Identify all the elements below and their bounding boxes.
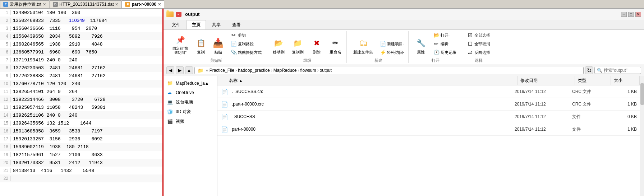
line-row: 10 13760778710 120 120 240 <box>0 80 162 88</box>
sidebar-item-video[interactable]: 🎬 视频 <box>165 117 216 126</box>
ribbon-group-organize: 📂 移动到 📁 复制到 ✖ 删除 ✏ 重命名 <box>268 31 347 63</box>
ribbon-group-select: ☑ 全部选择 ☐ 全部取消 ⇄ 反向选择 <box>463 31 494 63</box>
select-all-button[interactable]: ☑ 全部选择 <box>465 31 492 39</box>
rename-button[interactable]: ✏ 重命名 <box>327 36 344 56</box>
easy-access-button[interactable]: ⚡ 轻松访问· <box>378 48 405 56</box>
file-size-2: 0 KB <box>608 114 637 119</box>
line-row: 2 13502468823 7335 110349 117684 <box>0 17 162 24</box>
open-button[interactable]: 📂 打开· <box>432 31 458 39</box>
scroll-thumb[interactable] <box>640 83 644 105</box>
sidebar-item-computer[interactable]: 💻 这台电脑 <box>165 98 216 107</box>
ribbon-group-clipboard: 📌 固定到"快速访问" 📋 复制 📥 粘贴 <box>166 31 266 63</box>
new-folder-button[interactable]: 🗂 新建文件夹 <box>351 36 375 56</box>
delete-button[interactable]: ✖ 删除 <box>309 36 325 56</box>
tab-file-close[interactable]: ✕ <box>158 2 161 7</box>
copy-to-button[interactable]: 📁 复制到 <box>290 36 306 56</box>
new-folder-icon: 🗂 <box>358 37 369 49</box>
line-row: 9 13726238888 2481 24681 27162 <box>0 72 162 80</box>
minimize-button[interactable]: ─ <box>621 12 627 17</box>
file-name-0: ._SUCCESS.crc <box>232 89 515 94</box>
col-name[interactable]: 名称 ▲ <box>226 76 518 85</box>
forward-button[interactable]: ▶ <box>176 66 184 74</box>
search-box[interactable]: 🔍 <box>594 67 641 74</box>
copy-to-icon: 📁 <box>292 37 304 49</box>
editor-pane: 1 13480253104 180 180 360 2 13502468823 … <box>0 9 164 196</box>
new-label: 新建 <box>374 58 382 63</box>
search-input[interactable] <box>604 68 636 73</box>
clipboard-label: 剪贴板 <box>210 58 222 63</box>
tab-file-label: part-r-00000 <box>132 2 156 7</box>
line-row: 18 15989002119 1938 180 2118 <box>0 143 162 151</box>
col-date[interactable]: 修改日期 <box>518 76 575 85</box>
select-none-button[interactable]: ☐ 全部取消 <box>465 40 492 48</box>
ribbon-content: 📌 固定到"快速访问" 📋 复制 📥 粘贴 <box>164 30 644 65</box>
file-row-success[interactable]: 📄 _SUCCESS 2019/7/14 11:12 文件 0 KB <box>217 111 640 123</box>
up-button[interactable]: ▲ <box>185 66 193 74</box>
ribbon-group-new: 🗂 新建文件夹 📄 新建项目· ⚡ 轻松访问· <box>348 31 409 63</box>
vertical-scrollbar[interactable] <box>640 76 644 196</box>
line-row: 6 13660577991 6960 690 7650 <box>0 48 162 56</box>
ribbon: 文件 主页 共享 查看 📌 <box>164 20 644 65</box>
file-type-3: 文件 <box>572 126 608 132</box>
file-name-3: part-r-00000 <box>232 127 515 132</box>
cut-button[interactable]: ✂ 剪切 <box>229 31 263 39</box>
file-type-0: CRC 文件 <box>572 89 608 95</box>
file-name-1: .part-r-00000.crc <box>232 102 515 107</box>
ribbon-tab-file[interactable]: 文件 <box>166 20 186 29</box>
sidebar-nav: 📁 MapReduce_ja▲ ☁ OneDrive 💻 这台电脑 🧊 3D 对… <box>164 76 217 196</box>
line-row: 15 13926435656 132 1512 1644 <box>0 119 162 127</box>
video-icon: 🎬 <box>167 119 174 125</box>
invert-select-button[interactable]: ⇄ 反向选择 <box>465 48 492 56</box>
properties-icon: 🔧 <box>415 37 427 49</box>
pin-button[interactable]: 📌 固定到"快速访问" <box>169 33 192 56</box>
ribbon-tab-home[interactable]: 主页 <box>187 20 206 29</box>
col-size[interactable]: 大小 <box>611 76 640 85</box>
invert-select-icon: ⇄ <box>467 49 473 56</box>
pin-icon: 📌 <box>175 34 186 46</box>
folder-title-icon <box>166 11 174 17</box>
maximize-button[interactable]: □ <box>628 12 634 17</box>
edit-button[interactable]: ✏ 编辑 <box>432 40 458 48</box>
col-type[interactable]: 类型 <box>575 76 611 85</box>
tab-bar: T 常用软件位置.txt ✕ D HTTP_20130313143751.dat… <box>0 0 644 9</box>
file-size-3: 1 KB <box>608 127 637 132</box>
refresh-button[interactable]: ↻ <box>585 66 593 74</box>
select-none-icon: ☐ <box>467 41 473 47</box>
close-button[interactable]: ✕ <box>635 12 641 17</box>
address-path[interactable]: 📁 « Practice_File › hadoop_practice › Ma… <box>194 67 584 74</box>
sidebar-item-onedrive[interactable]: ☁ OneDrive <box>165 88 216 97</box>
address-bar: ◀ ▶ ▲ 📁 « Practice_File › hadoop_practic… <box>164 65 644 76</box>
file-row-part-crc[interactable]: 📄 .part-r-00000.crc 2019/7/14 11:12 CRC … <box>217 98 640 111</box>
tab-txt-close[interactable]: ✕ <box>43 2 46 7</box>
cut-icon: ✂ <box>230 32 237 38</box>
copy-icon: 📋 <box>195 37 207 49</box>
back-button[interactable]: ◀ <box>166 66 174 74</box>
sidebar-item-3d[interactable]: 🧊 3D 对象 <box>165 107 216 116</box>
files-sort-bar: 名称 ▲ 修改日期 类型 大小 <box>217 76 640 85</box>
copy-path-button[interactable]: 📄 复制路径 <box>229 40 263 48</box>
easy-access-icon: ⚡ <box>380 49 386 56</box>
file-type-1: CRC 文件 <box>572 101 608 107</box>
paste-button[interactable]: 📥 粘贴 <box>210 36 226 56</box>
ribbon-tab-view[interactable]: 查看 <box>227 20 246 29</box>
file-row-part-r-00000[interactable]: 📄 part-r-00000 2019/7/14 11:12 文件 1 KB <box>217 123 640 136</box>
file-list: 📄 ._SUCCESS.crc 2019/7/14 11:12 CRC 文件 1… <box>217 85 640 196</box>
history-button[interactable]: 🕐 历史记录 <box>432 48 458 56</box>
paste-shortcut-button[interactable]: 📎 粘贴快捷方式 <box>229 48 263 56</box>
check-folder-icon: ✓ <box>176 12 181 17</box>
ribbon-tab-share[interactable]: 共享 <box>207 20 226 29</box>
dat-icon: D <box>53 2 58 7</box>
tab-file[interactable]: F part-r-00000 ✕ <box>122 0 164 8</box>
copy-button[interactable]: 📋 复制 <box>193 36 209 56</box>
new-item-button[interactable]: 📄 新建项目· <box>378 40 405 48</box>
edit-icon: ✏ <box>433 41 440 47</box>
move-to-button[interactable]: 📂 移动到 <box>271 36 287 56</box>
path-folder-icon: 📁 <box>198 68 203 73</box>
sidebar-item-mapreduce[interactable]: 📁 MapReduce_ja▲ <box>165 79 216 88</box>
tab-txt[interactable]: T 常用软件位置.txt ✕ <box>0 0 49 8</box>
file-row-success-crc[interactable]: 📄 ._SUCCESS.crc 2019/7/14 11:12 CRC 文件 1… <box>217 85 640 98</box>
tab-dat-close[interactable]: ✕ <box>115 2 118 7</box>
tab-dat[interactable]: D HTTP_20130313143751.dat ✕ <box>50 0 121 8</box>
sort-arrow-name: ▲ <box>239 78 243 83</box>
properties-button[interactable]: 🔧 属性 <box>413 36 429 56</box>
